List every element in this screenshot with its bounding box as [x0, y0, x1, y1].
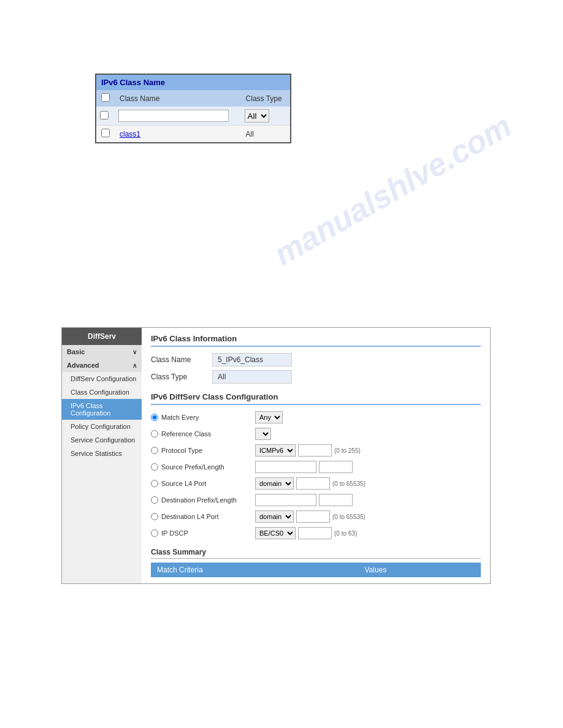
match-every-text: Match Every [161, 414, 199, 421]
source-prefix-text: Source Prefix/Length [161, 463, 224, 471]
row-class-type-cell: All [241, 126, 290, 143]
sidebar-item-diffserv-config[interactable]: DiffServ Configuration [62, 372, 142, 385]
protocol-type-label[interactable]: Protocol Type [151, 447, 255, 454]
class-type-row: Class Type All [151, 370, 481, 384]
row-checkbox-cell [96, 126, 115, 143]
source-l4-port-select[interactable]: domain [255, 477, 294, 490]
dest-prefix-text: Destination Prefix/Length [161, 496, 237, 504]
dest-prefix-length-input[interactable] [319, 494, 353, 506]
ip-dscp-row: IP DSCP BE/CS0 (0 to 63) [151, 527, 481, 539]
ip-dscp-label[interactable]: IP DSCP [151, 529, 255, 537]
class1-link[interactable]: class1 [120, 130, 140, 138]
dest-prefix-label[interactable]: Destination Prefix/Length [151, 496, 255, 504]
ipv6-class-info-title: IPv6 Class Information [151, 334, 481, 347]
ip-dscp-input[interactable] [298, 527, 332, 539]
class-name-row: Class Name 5_IPv6_Class [151, 353, 481, 366]
match-every-select[interactable]: Any [255, 411, 283, 423]
source-prefix-row: Source Prefix/Length [151, 461, 481, 473]
protocol-type-input[interactable] [298, 444, 332, 457]
summary-table: Match Criteria Values [151, 563, 481, 577]
sidebar-item-ipv6-class-config[interactable]: IPv6 Class Configuration [62, 399, 142, 420]
sidebar-service-config-label: Service Configuration [71, 436, 135, 444]
reference-class-radio[interactable] [151, 430, 158, 438]
protocol-type-text: Protocol Type [161, 447, 202, 454]
summary-col-match-criteria: Match Criteria [151, 563, 358, 577]
dest-prefix-input[interactable] [255, 494, 316, 506]
class-summary-title: Class Summary [151, 548, 481, 559]
dest-l4-port-input[interactable] [296, 510, 330, 523]
bottom-section: DiffServ Basic ∨ Advanced ∧ DiffServ Con… [0, 143, 563, 584]
match-every-row: Match Every Any [151, 411, 481, 423]
col-class-name-header: Class Name [115, 90, 241, 107]
main-content: IPv6 Class Information Class Name 5_IPv6… [142, 328, 490, 583]
sidebar-item-class-config[interactable]: Class Configuration [62, 385, 142, 399]
summary-col-values: Values [358, 563, 481, 577]
top-table-container: IPv6 Class Name Class Name Class Type [95, 74, 291, 143]
dest-l4-port-radio[interactable] [151, 513, 158, 520]
row-class-name-cell: class1 [115, 126, 241, 143]
sidebar-item-advanced[interactable]: Advanced ∧ [62, 358, 142, 372]
protocol-type-controls: ICMPv6 (0 to 255) [255, 444, 361, 457]
protocol-type-range: (0 to 255) [334, 447, 361, 454]
dest-l4-port-range: (0 to 65535) [332, 514, 366, 520]
protocol-type-row: Protocol Type ICMPv6 (0 to 255) [151, 444, 481, 457]
reference-class-select[interactable] [255, 428, 271, 440]
source-prefix-input[interactable] [255, 461, 316, 473]
dest-prefix-row: Destination Prefix/Length [151, 494, 481, 506]
source-prefix-label[interactable]: Source Prefix/Length [151, 463, 255, 471]
sidebar-item-service-stats[interactable]: Service Statistics [62, 447, 142, 460]
input-row-checkbox-cell [96, 107, 115, 126]
class-name-value: 5_IPv6_Class [212, 353, 292, 366]
source-l4-port-radio[interactable] [151, 480, 158, 487]
input-row-name-cell [115, 107, 241, 126]
class-type-select[interactable]: All Any [245, 109, 269, 123]
match-every-radio[interactable] [151, 414, 158, 421]
sidebar-class-config-label: Class Configuration [71, 389, 129, 396]
table-input-row: All Any [96, 107, 290, 126]
sidebar-policy-config-label: Policy Configuration [71, 423, 131, 430]
ip-dscp-radio[interactable] [151, 529, 158, 537]
top-table: Class Name Class Type All Any [96, 90, 290, 142]
sidebar-title: DiffServ [62, 328, 142, 345]
sidebar-advanced-label: Advanced [67, 362, 99, 369]
source-l4-port-input[interactable] [296, 477, 330, 490]
ip-dscp-range: (0 to 63) [334, 530, 357, 537]
sidebar-service-stats-label: Service Statistics [71, 450, 122, 457]
protocol-type-select[interactable]: ICMPv6 [255, 444, 296, 457]
sidebar: DiffServ Basic ∨ Advanced ∧ DiffServ Con… [62, 328, 142, 583]
class-name-label: Class Name [151, 355, 212, 364]
sidebar-item-service-config[interactable]: Service Configuration [62, 433, 142, 447]
source-l4-port-range: (0 to 65535) [332, 480, 366, 487]
reference-class-controls [255, 428, 271, 440]
dest-l4-port-text: Destination L4 Port [161, 513, 219, 520]
sidebar-item-basic[interactable]: Basic ∨ [62, 345, 142, 358]
chevron-up-icon: ∧ [132, 362, 137, 369]
col-checkbox-header [96, 90, 115, 107]
top-section: IPv6 Class Name Class Name Class Type [0, 0, 563, 143]
row-checkbox[interactable] [101, 129, 110, 137]
select-all-checkbox[interactable] [101, 93, 110, 102]
sidebar-diffserv-config-label: DiffServ Configuration [71, 375, 136, 382]
dest-l4-port-label[interactable]: Destination L4 Port [151, 513, 255, 520]
ip-dscp-select[interactable]: BE/CS0 [255, 527, 296, 539]
input-row-checkbox[interactable] [100, 111, 109, 119]
dest-l4-port-row: Destination L4 Port domain (0 to 65535) [151, 510, 481, 523]
source-l4-port-label[interactable]: Source L4 Port [151, 480, 255, 487]
ip-dscp-controls: BE/CS0 (0 to 63) [255, 527, 357, 539]
dest-l4-port-select[interactable]: domain [255, 510, 294, 523]
source-l4-port-row: Source L4 Port domain (0 to 65535) [151, 477, 481, 490]
dest-prefix-radio[interactable] [151, 496, 158, 504]
sidebar-item-policy-config[interactable]: Policy Configuration [62, 420, 142, 433]
dest-prefix-controls [255, 494, 353, 506]
sidebar-ipv6-class-config-label: IPv6 Class Configuration [71, 402, 137, 417]
match-every-controls: Any [255, 411, 283, 423]
dest-l4-port-controls: domain (0 to 65535) [255, 510, 366, 523]
source-l4-port-controls: domain (0 to 65535) [255, 477, 366, 490]
source-prefix-length-input[interactable] [319, 461, 353, 473]
reference-class-label[interactable]: Reference Class [151, 430, 255, 438]
source-prefix-controls [255, 461, 353, 473]
protocol-type-radio[interactable] [151, 447, 158, 454]
source-prefix-radio[interactable] [151, 463, 158, 471]
class-name-input[interactable] [118, 110, 229, 122]
match-every-label[interactable]: Match Every [151, 414, 255, 421]
